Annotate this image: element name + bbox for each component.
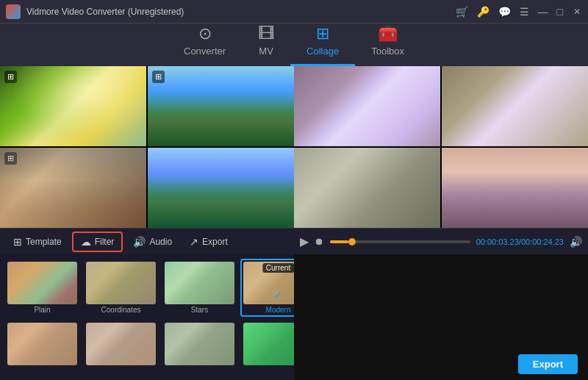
time-total: 00:00:24.23 (521, 237, 564, 246)
filter-thumb-r1 (7, 323, 77, 365)
app-title: Vidmore Video Converter (Unregistered) (26, 7, 456, 17)
cell-icon-flowers: ⊞ (4, 71, 17, 83)
filter-check-icon: ✓ (274, 289, 283, 301)
filter-stars-label: Stars (191, 306, 208, 314)
export-toolbar-icon: ↗ (190, 236, 198, 248)
export-toolbar-button[interactable]: ↗ Export (182, 233, 235, 251)
preview-cell-mountain (442, 148, 588, 228)
menu-icon[interactable]: ☰ (520, 6, 529, 18)
cell-icon-mountain: ⊞ (152, 71, 165, 83)
play-button[interactable]: ▶ (300, 234, 309, 248)
app-logo (6, 4, 21, 19)
playback-bar: ▶ ⏺ 00:00:03.23/00:00:24.23 🔊 (294, 228, 588, 254)
audio-button[interactable]: 🔊 Audio (126, 233, 179, 251)
nav-converter-label: Converter (184, 46, 226, 57)
filter-row-2 (3, 320, 291, 370)
export-button[interactable]: Export (518, 354, 578, 374)
video-grid: ⊞ ⊞ ⊞ (0, 66, 294, 228)
stop-button[interactable]: ⏺ (315, 236, 324, 247)
mv-icon: 🎞 (258, 24, 274, 43)
filter-modern-label: Modern (266, 306, 291, 314)
bottom-toolbar: ⊞ Template ☁ Filter 🔊 Audio ↗ Export (0, 228, 294, 254)
progress-track[interactable] (330, 240, 470, 243)
filter-thumb-stars (165, 262, 234, 304)
collage-icon: ⊞ (316, 24, 329, 43)
progress-thumb (348, 238, 356, 245)
export-toolbar-label: Export (202, 237, 228, 247)
current-badge: Current (262, 263, 294, 273)
filter-plain[interactable]: Plain (4, 259, 80, 317)
video-cell-mountain2[interactable] (148, 148, 294, 228)
filter-r4[interactable] (240, 320, 294, 370)
filter-plain-label: Plain (34, 306, 50, 314)
left-panel: ⊞ ⊞ ⊞ ⊞ Template ☁ Filter 🔊 Audio (0, 66, 294, 380)
cell-icon-couple: ⊞ (4, 152, 17, 165)
nav-mv[interactable]: 🎞 MV (242, 20, 290, 66)
close-icon[interactable]: ✕ (572, 7, 582, 17)
filter-modern[interactable]: Current ✓ Modern (240, 259, 294, 317)
converter-icon: ⊙ (198, 24, 212, 43)
nav-toolbox-label: Toolbox (371, 46, 404, 57)
filter-label: Filter (95, 237, 115, 247)
filter-thumb-r3 (165, 323, 234, 365)
filter-thumb-coordinates (86, 262, 156, 304)
filter-thumb-plain (7, 262, 77, 304)
nav-collage-label: Collage (306, 46, 339, 57)
template-label: Template (26, 237, 62, 247)
filter-r3[interactable] (162, 320, 237, 370)
video-cell-flowers[interactable]: ⊞ (0, 66, 146, 146)
minimize-icon[interactable]: — (538, 6, 548, 18)
nav-bar: ⊙ Converter 🎞 MV ⊞ Collage 🧰 Toolbox (0, 24, 588, 66)
main-content: ⊞ ⊞ ⊞ ⊞ Template ☁ Filter 🔊 Audio (0, 66, 588, 380)
filter-stars[interactable]: Stars (162, 259, 237, 317)
maximize-icon[interactable]: □ (557, 6, 563, 18)
audio-icon: 🔊 (133, 236, 146, 248)
audio-label: Audio (149, 237, 172, 247)
chat-icon[interactable]: 💬 (498, 6, 511, 18)
key-icon[interactable]: 🔑 (477, 6, 490, 18)
right-panel: ▶ ⏺ 00:00:03.23/00:00:24.23 🔊 Export (294, 66, 588, 380)
cart-icon[interactable]: 🛒 (456, 6, 468, 18)
time-current: 00:00:03.23 (476, 237, 519, 246)
panel-bottom: Export (294, 254, 588, 380)
video-cell-mountain[interactable]: ⊞ (148, 66, 294, 146)
filter-r2[interactable] (83, 320, 159, 370)
filter-thumb-modern: Current (243, 262, 294, 304)
filter-r1[interactable] (4, 320, 80, 370)
preview-area (294, 66, 588, 228)
export-row: Export (294, 348, 588, 380)
nav-collage[interactable]: ⊞ Collage (290, 20, 355, 66)
filter-coordinates-label: Coordinates (101, 306, 141, 314)
filter-thumb-r2 (86, 323, 156, 365)
nav-mv-label: MV (259, 46, 273, 57)
filter-coordinates[interactable]: Coordinates (83, 259, 159, 317)
video-cell-couple[interactable]: ⊞ (0, 148, 146, 228)
nav-toolbox[interactable]: 🧰 Toolbox (355, 20, 420, 66)
filter-button[interactable]: ☁ Filter (72, 232, 123, 252)
progress-fill (330, 240, 348, 243)
filter-icon: ☁ (81, 236, 91, 248)
filter-thumb-r4 (243, 323, 294, 365)
time-display: 00:00:03.23/00:00:24.23 (476, 237, 564, 246)
filter-row-1: Plain Coordinates Stars Current ✓ Modern (3, 259, 291, 317)
toolbox-icon: 🧰 (378, 24, 398, 43)
filter-gallery: Plain Coordinates Stars Current ✓ Modern (0, 254, 294, 380)
preview-cell-flowers (294, 66, 440, 146)
preview-cell-couple (294, 148, 440, 228)
preview-cell-top-right (442, 66, 588, 146)
template-icon: ⊞ (13, 236, 22, 248)
window-controls: 🛒 🔑 💬 ☰ — □ ✕ (456, 6, 582, 18)
template-button[interactable]: ⊞ Template (6, 233, 69, 251)
nav-converter[interactable]: ⊙ Converter (168, 20, 242, 66)
volume-icon[interactable]: 🔊 (570, 236, 582, 248)
